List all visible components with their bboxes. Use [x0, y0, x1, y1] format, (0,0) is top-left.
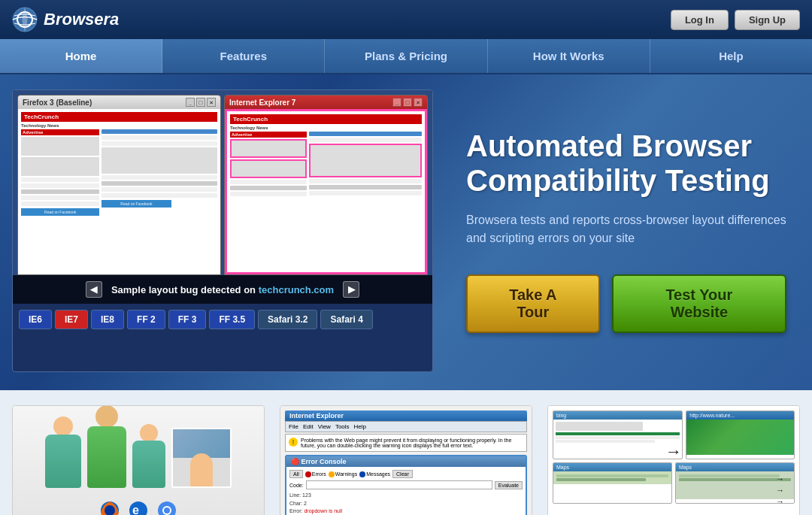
nav-help[interactable]: Help [650, 39, 812, 73]
chrome-logo-icon [155, 498, 179, 516]
demo-screenshots: Firefox 3 (Baseline) _ □ × TechCrunch Te… [13, 90, 432, 275]
fake-site-tagline: Technology News [21, 123, 217, 128]
errors-label: Errors [312, 471, 326, 477]
tab-ie6[interactable]: IE6 [19, 310, 52, 329]
ie7-row-3 [230, 192, 307, 196]
ie7-main-row-4 [309, 185, 422, 189]
tab-safari4[interactable]: Safari 4 [320, 310, 372, 329]
ie7-sidebar: Advertise [230, 132, 307, 198]
ie7-titlebar: Internet Explorer 7 _ □ × [225, 95, 427, 109]
nature-title: http://www.nature... [686, 411, 794, 420]
firefox-page-content: TechCrunch Technology News Advertise [18, 109, 220, 219]
fake-sidebar: Advertise Read on Facebook [21, 129, 99, 216]
arrows-group: → → → [776, 474, 784, 506]
prev-arrow[interactable]: ◀ [86, 281, 102, 298]
logo-area: Browsera [12, 7, 119, 32]
fake-btn-2: Read on Facebook [102, 200, 171, 208]
error-line-1: Line: 123 [289, 492, 523, 500]
map2-title: Maps [676, 463, 794, 471]
take-tour-button[interactable]: Take A Tour [466, 274, 600, 333]
code-label: Code: [289, 483, 304, 488]
tab-ie7[interactable]: IE7 [55, 310, 88, 329]
code-input [306, 480, 492, 489]
bing-browser: bing [553, 410, 683, 459]
fake-main-row-4 [102, 175, 217, 180]
demo-label: ◀ Sample layout bug detected on techcrun… [13, 275, 432, 304]
fake-row-5 [21, 201, 99, 206]
ie-warning-banner: ! Problems with the Web page might preve… [285, 434, 527, 452]
firefox-logo-icon [98, 498, 122, 516]
tab-safari32[interactable]: Safari 3.2 [258, 310, 317, 329]
ie7-img-2 [230, 159, 307, 178]
people-group [45, 405, 232, 488]
next-arrow[interactable]: ▶ [343, 281, 359, 298]
error-dialog: 🔴 Error Console All Errors Warnings [285, 455, 527, 515]
ie7-title-text: Internet Explorer 7 [229, 98, 295, 107]
error-clear-btn[interactable]: Clear [392, 470, 413, 478]
map2-row2 [679, 478, 791, 481]
person3-body [132, 441, 165, 488]
error-count-warnings: Warnings [329, 470, 357, 478]
comparison-arrow-1: → [665, 442, 682, 462]
ie-error-toolbar: File Edit View Tools Help [285, 421, 527, 432]
evaluate-btn[interactable]: Evaluate [495, 481, 523, 489]
fake-row-4 [21, 195, 99, 200]
hero-subtitle: Browsera tests and reports cross-browser… [466, 211, 786, 247]
nav-home[interactable]: Home [0, 39, 162, 73]
demo-link[interactable]: techcrunch.com [259, 284, 334, 295]
header: Browsera Log In Sign Up [0, 0, 812, 39]
photo-bottom [173, 458, 230, 486]
bing-row3 [556, 440, 655, 443]
card3-content: bing http://www.nature... → [548, 406, 799, 515]
nav-features[interactable]: Features [162, 39, 325, 73]
fake-main-row-2 [102, 135, 217, 140]
ie7-main [309, 132, 422, 198]
ie-menu-help: Help [354, 423, 366, 430]
signup-button[interactable]: Sign Up [735, 10, 800, 30]
bing-search [556, 422, 643, 431]
fake-row-3 [21, 189, 99, 194]
person2-head [95, 405, 118, 428]
firefox-titlebar: Firefox 3 (Baseline) _ □ × [18, 95, 220, 109]
person1-body [45, 435, 81, 488]
error-line-3: Error: dropdown is null [289, 507, 523, 515]
firefox-window: Firefox 3 (Baseline) _ □ × TechCrunch Te… [17, 95, 221, 275]
map1-rows [555, 473, 670, 483]
tab-ie8[interactable]: IE8 [91, 310, 124, 329]
login-button[interactable]: Log In [671, 10, 729, 30]
person1-head [53, 417, 73, 436]
warning-icon: ! [289, 438, 298, 447]
error-red-dot [305, 471, 311, 477]
ie7-img-1 [230, 139, 307, 158]
person-2 [87, 405, 126, 488]
test-website-button[interactable]: Test Your Website [612, 274, 786, 333]
ie-menu-file: File [289, 423, 298, 430]
tab-ff35[interactable]: FF 3.5 [209, 310, 255, 329]
card-browser-comparison: e [12, 405, 265, 515]
fake-img-2 [21, 157, 99, 176]
browser-logos-row: e [98, 498, 179, 516]
card2-content: Internet Explorer File Edit View Tools H… [280, 406, 532, 515]
svg-point-3 [105, 505, 115, 516]
bing-row2 [556, 436, 680, 439]
svg-text:e: e [132, 504, 139, 516]
bottom-browser-row: Maps Maps [553, 462, 795, 504]
tab-ff3[interactable]: FF 3 [168, 310, 207, 329]
header-buttons: Log In Sign Up [671, 10, 800, 30]
firefox-controls: _ □ × [186, 98, 216, 107]
nav-how-it-works[interactable]: How It Works [488, 39, 650, 73]
map1-row2 [556, 478, 646, 481]
tab-ff2[interactable]: FF 2 [127, 310, 165, 329]
nav-plans-pricing[interactable]: Plans & Pricing [325, 39, 487, 73]
fake-main-row-5 [102, 181, 217, 186]
error-tabs-row: All Errors Warnings Messages Clear [289, 470, 523, 478]
fake-row-1 [21, 177, 99, 182]
person-photo [171, 428, 232, 488]
person-3 [132, 424, 165, 488]
bottom-section: e Internet Explorer File Edit [0, 390, 812, 515]
fake-main: Read on Facebook [102, 129, 217, 216]
fake-main-row-6 [102, 187, 217, 192]
ie-minimize-icon: _ [392, 98, 401, 107]
person3-head [140, 424, 158, 442]
code-row: Code: Evaluate [289, 480, 523, 489]
